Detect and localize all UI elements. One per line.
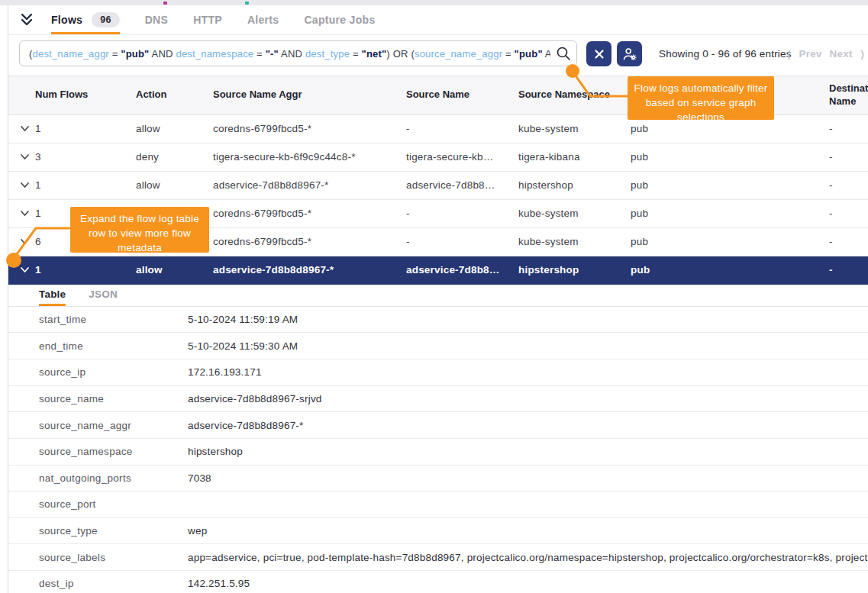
query-token-value: "net" [362,48,387,60]
detail-row-source-namespace: source_namespacehipstershop [8,439,868,466]
prev-chevron-icon: ⟨ [786,48,791,60]
query-token-field: source_name_aggr [415,48,502,60]
pagination: ⟨ Prev Next ⟩ [786,48,865,60]
cell-dest_name_aggr: pub [627,228,821,256]
cell-source_name: tigera-secure-kb… [402,143,512,171]
detail-tab-table[interactable]: Table [39,285,66,306]
query-token-op: = [109,48,121,60]
detail-key: source_type [39,525,188,537]
tab-http[interactable]: HTTP [193,5,222,34]
close-icon [594,49,605,60]
expand-row-button[interactable] [8,172,31,199]
detail-tab-json[interactable]: JSON [89,285,118,306]
tab-label: DNS [145,14,168,26]
collapse-panel-button[interactable] [18,5,36,34]
expand-row-button[interactable] [8,143,31,171]
query-token-op: = [502,48,514,60]
cell-source_name_aggr: coredns-6799fbcd5-* [207,200,402,227]
cell-num_flows: 1 [31,115,131,143]
tab-capture-jobs[interactable]: Capture Jobs [304,5,375,34]
detail-value: 172.16.193.171 [188,366,868,378]
query-token-value: "-" [266,48,279,60]
cell-source_name: - [402,228,512,256]
query-token-op: = [350,48,361,60]
column-header-destination-name[interactable]: Destination Name [821,76,868,114]
chevron-down-icon [20,238,30,245]
detail-row-source-labels: source_labelsapp=adservice, pci=true, po… [8,544,868,571]
double-chevron-down-icon [18,12,35,27]
detail-row-source-name: source_nameadservice-7d8b8d8967-srjvd [8,386,868,413]
cell-source_namespace: hipstershop [512,256,627,284]
cell-source_name: adservice-7d8b8… [402,256,512,284]
next-page-button[interactable]: Next [830,48,853,60]
expand-row-button[interactable] [8,256,31,284]
cell-action: allow [131,256,207,284]
query-token-value: "pub" [515,48,543,60]
cell-dest_name_aggr: pub [627,256,821,284]
detail-key: start_time [39,314,188,325]
flow-table-row[interactable]: 3denytigera-secure-kb-6f9c9c44c8-*tigera… [8,143,868,172]
clear-filter-button[interactable] [586,41,611,66]
query-token-op: AND [543,48,550,60]
column-header-num-flows[interactable]: Num Flows [31,76,131,114]
cell-source_name_aggr: coredns-6799fbcd5-* [207,228,402,256]
tab-label: HTTP [193,14,222,26]
expand-row-button[interactable] [8,228,31,256]
chevron-down-icon [20,210,30,217]
flow-table-row[interactable]: 1allowadservice-7d8b8d8967-*adservice-7d… [8,172,868,200]
chevron-down-icon [20,125,30,132]
cell-num_flows: 3 [31,143,131,171]
detail-value: 142.251.5.95 [188,578,868,589]
cell-source_namespace: hipstershop [512,172,627,199]
tab-dns[interactable]: DNS [145,5,168,34]
cell-source_namespace: tigera-kibana [512,143,627,171]
cell-source_namespace: kube-system [512,228,627,256]
column-header-source-namespace[interactable]: Source Namespace [512,76,627,114]
cell-source_name: - [402,200,512,227]
filter-query-text[interactable]: (dest_name_aggr = "pub" AND dest_namespa… [20,48,550,60]
detail-value: wep [188,525,868,537]
detail-row-source-port: source_port [8,491,868,518]
cell-source_name: - [402,115,512,143]
query-token-field: dest_type [305,48,350,60]
cell-source_name_aggr: adservice-7d8b8d8967-* [207,172,402,199]
chevron-down-icon [20,153,30,160]
detail-key: nat_outgoing_ports [39,472,188,484]
detail-row-dest-ip: dest_ip142.251.5.95 [8,571,868,593]
detail-key: dest_ip [39,578,188,589]
cell-destination_name: - [821,115,868,143]
cell-destination_name: - [821,256,868,284]
chevron-down-icon [20,182,30,189]
tab-flows[interactable]: Flows96 [51,5,120,34]
detail-key: source_namespace [39,446,188,457]
chevron-down-icon [20,266,30,273]
expand-row-button[interactable] [8,115,31,143]
flow-detail-tabbar: TableJSON [8,285,868,307]
cell-destination_name: - [821,200,868,227]
column-header-source-name[interactable]: Source Name [402,76,512,114]
cell-action: deny [131,143,207,171]
user-settings-button[interactable] [617,41,642,66]
search-button[interactable] [550,41,576,66]
cell-destination_name: - [821,172,868,199]
detail-row-source-ip: source_ip172.16.193.171 [8,359,868,386]
cell-action: allow [131,115,207,143]
next-chevron-icon: ⟩ [860,48,865,60]
user-gear-icon [622,47,637,62]
callout-expand-tooltip: Expand the flow log table row to view mo… [70,207,209,253]
tab-label: Alerts [247,14,279,26]
column-header-source-name-aggr[interactable]: Source Name Aggr [207,76,402,114]
callout-filter-tooltip: Flow logs automatically filter based on … [628,76,774,120]
filter-query-input[interactable]: (dest_name_aggr = "pub" AND dest_namespa… [19,40,577,66]
detail-value: hipstershop [188,446,868,457]
column-header-action[interactable]: Action [131,76,207,114]
tab-alerts[interactable]: Alerts [247,5,279,34]
cell-dest_name_aggr: pub [627,200,821,227]
query-token-field: dest_namespace [176,48,253,60]
expand-row-button[interactable] [8,200,31,227]
detail-key: end_time [39,340,188,352]
prev-page-button[interactable]: Prev [799,48,821,60]
cell-source_name_aggr: adservice-7d8b8d8967-* [207,256,402,284]
flow-table-row[interactable]: 1allowadservice-7d8b8d8967-*adservice-7d… [8,256,868,285]
cell-dest_name_aggr: pub [627,172,821,199]
